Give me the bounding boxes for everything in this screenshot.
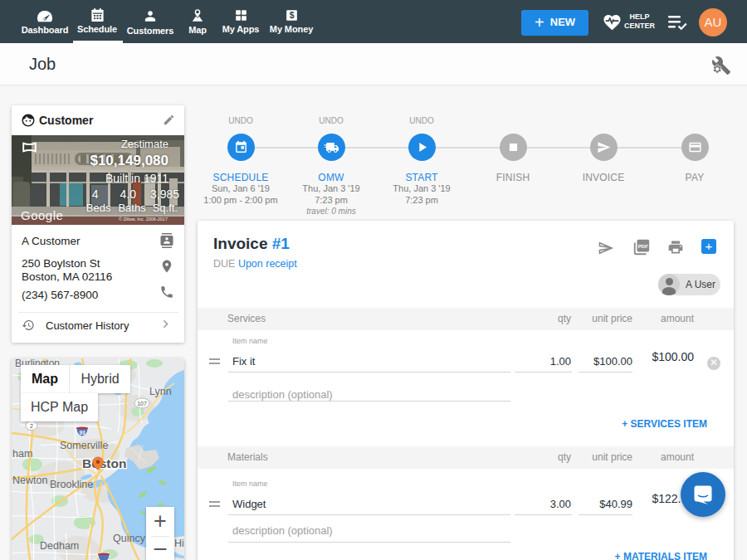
svg-text:93: 93 xyxy=(79,430,85,436)
svg-text:ham: ham xyxy=(12,448,32,460)
svg-text:Lynn: Lynn xyxy=(149,386,172,397)
svg-text:$: $ xyxy=(289,11,294,20)
svg-text:Dedham: Dedham xyxy=(40,540,79,552)
svg-text:Boston: Boston xyxy=(82,456,126,470)
svg-text:Quincy: Quincy xyxy=(113,533,146,544)
svg-text:Newton: Newton xyxy=(12,475,47,486)
svg-text:PDF: PDF xyxy=(638,244,648,249)
svg-text:Somerville: Somerville xyxy=(60,440,108,451)
svg-text:Brookline: Brookline xyxy=(50,479,93,490)
svg-text:107: 107 xyxy=(137,401,147,407)
svg-text:2: 2 xyxy=(30,423,33,429)
svg-text:Hi: Hi xyxy=(174,538,184,549)
